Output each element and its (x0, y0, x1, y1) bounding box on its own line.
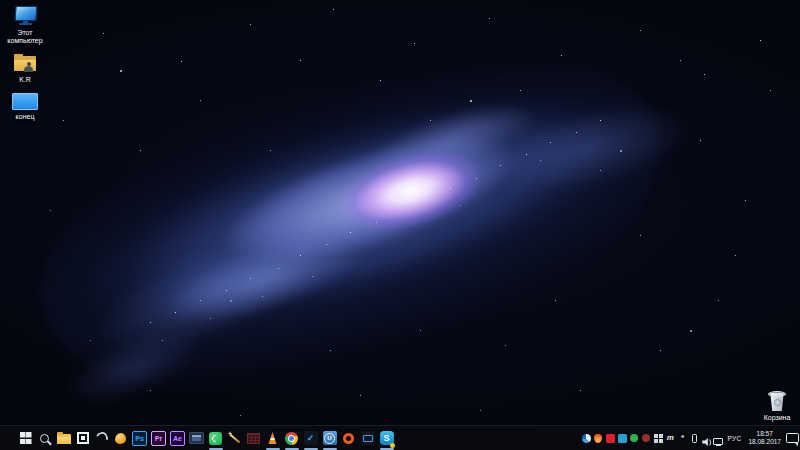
start-button[interactable] (16, 426, 35, 450)
desktop-icon-recycle-bin[interactable]: Корзина (757, 391, 797, 422)
galaxy-star-specks (0, 0, 1, 1)
system-tray: m* (581, 429, 724, 447)
tray-darkred-app-icon (642, 434, 650, 442)
action-center-icon (786, 433, 799, 443)
whatsapp-icon (209, 432, 222, 445)
ring-app-button[interactable] (339, 426, 358, 450)
video-editor-button[interactable] (187, 426, 206, 450)
brick-app-icon (247, 433, 260, 444)
desktop-icon-label: Этот компьютер (3, 29, 47, 45)
start-icon (20, 432, 32, 444)
galaxy-band (102, 55, 599, 376)
volume-icon (701, 433, 711, 443)
galaxy-core (328, 137, 492, 245)
skype-button-glyph: S (383, 434, 389, 443)
action-center-button[interactable] (784, 426, 800, 450)
after-effects-button-glyph: Ae (173, 435, 182, 442)
uplay-button[interactable]: U (320, 426, 339, 450)
user-folder-icon (13, 54, 37, 73)
desktop-icon-label: Корзина (764, 414, 791, 422)
tray-phone-app[interactable] (689, 429, 700, 447)
after-effects-icon: Ae (170, 431, 185, 446)
whatsapp-button[interactable] (206, 426, 225, 450)
desktop-icon-column: Этот компьютер K.R конец (2, 5, 48, 121)
ring-app-icon (343, 433, 354, 444)
video-editor-icon (189, 432, 204, 444)
desktop-wallpaper (0, 0, 800, 450)
tray-mail-agent[interactable]: m (665, 429, 676, 447)
wand-app-button[interactable] (225, 426, 244, 450)
wand-app-icon (228, 431, 242, 445)
search-button[interactable] (35, 426, 54, 450)
tray-mail-agent-icon: m (667, 434, 674, 442)
galaxy-tail-northeast (468, 60, 722, 222)
tray-grid-app-icon (654, 434, 663, 443)
tray-green-app[interactable] (629, 429, 640, 447)
network-icon (713, 433, 723, 443)
messenger-app-button[interactable] (358, 426, 377, 450)
tray-teal-app[interactable] (617, 429, 628, 447)
search-icon (40, 434, 49, 443)
check-app-button-glyph: ✓ (307, 434, 315, 443)
file-explorer-icon (57, 434, 71, 444)
galaxy-outer-glow (0, 0, 700, 450)
photoshop-icon: Ps (132, 431, 147, 446)
taskbar-right-section: m* РУС 18:57 18.08.2017 (581, 426, 800, 450)
taskbar-clock[interactable]: 18:57 18.08.2017 (745, 430, 784, 446)
volume[interactable] (701, 429, 712, 447)
tray-settings-app[interactable]: * (677, 429, 688, 447)
vlc-button[interactable] (263, 426, 282, 450)
skype-button[interactable]: S (377, 426, 396, 450)
premiere-button[interactable]: Pr (149, 426, 168, 450)
premiere-button-glyph: Pr (155, 435, 162, 442)
blue-image-icon (12, 93, 38, 110)
desktop-icon-label: конец (16, 113, 35, 121)
brick-app-button[interactable] (244, 426, 263, 450)
taskbar-pinned-apps: PsPrAe✓US (16, 426, 396, 450)
desktop-icon-blue-file[interactable]: конец (12, 93, 38, 121)
tray-teal-app-icon (618, 434, 627, 443)
vegas-app-button[interactable] (92, 426, 111, 450)
after-effects-button[interactable]: Ae (168, 426, 187, 450)
tray-red-app-icon (606, 434, 615, 443)
clock-date: 18.08.2017 (748, 438, 781, 446)
tray-swirl-app-icon (582, 434, 591, 443)
messenger-app-icon (361, 431, 375, 445)
this-pc-icon (12, 5, 38, 26)
tray-phone-app-icon (692, 434, 697, 443)
clock-time: 18:57 (748, 430, 781, 438)
galaxy-tail-southwest (21, 199, 350, 437)
chrome-button[interactable] (282, 426, 301, 450)
premiere-icon: Pr (151, 431, 166, 446)
desktop-icon-label: K.R (19, 76, 31, 84)
tray-flame-app[interactable] (593, 429, 604, 447)
recycle-bin-icon (768, 391, 786, 411)
desktop-icon-user-folder[interactable]: K.R (13, 54, 37, 84)
tray-flame-app-icon (594, 434, 602, 443)
taskbar: PsPrAe✓US m* РУС 18:57 18.08.2017 (0, 425, 800, 450)
vlc-icon (266, 432, 279, 444)
desktop-icon-this-pc[interactable]: Этот компьютер (3, 5, 47, 45)
tray-red-app[interactable] (605, 429, 616, 447)
photoshop-button[interactable]: Ps (130, 426, 149, 450)
vegas-app-icon (94, 430, 110, 446)
fl-studio-button[interactable] (111, 426, 130, 450)
tray-grid-app[interactable] (653, 429, 664, 447)
file-explorer-button[interactable] (54, 426, 73, 450)
chrome-icon (283, 429, 301, 447)
tray-swirl-app[interactable] (581, 429, 592, 447)
tray-darkred-app[interactable] (641, 429, 652, 447)
tray-settings-app-icon: * (681, 434, 684, 442)
check-app-icon: ✓ (304, 431, 318, 445)
tray-green-app-icon (630, 434, 638, 442)
uplay-icon: U (323, 431, 337, 445)
fl-studio-icon (115, 433, 126, 444)
uplay-button-glyph: U (324, 433, 335, 444)
check-app-button[interactable]: ✓ (301, 426, 320, 450)
network[interactable] (713, 429, 724, 447)
language-indicator[interactable]: РУС (724, 435, 746, 442)
photoshop-button-glyph: Ps (135, 435, 144, 442)
capture-app-button[interactable] (73, 426, 92, 450)
capture-app-icon (77, 432, 89, 444)
